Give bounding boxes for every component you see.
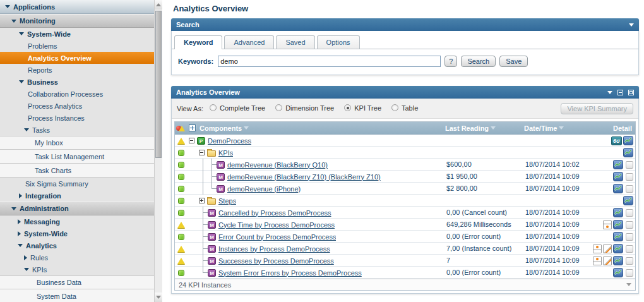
save-button[interactable]: Save [499, 56, 528, 67]
tree-node-link[interactable]: Cycle Time by Process DemoProcess [218, 221, 335, 229]
kpi-select-checkbox[interactable] [626, 209, 633, 217]
view-option-kpi-tree[interactable]: KPI Tree [344, 104, 381, 112]
components-column-header[interactable]: Components [188, 124, 445, 132]
search-button[interactable]: Search [461, 56, 496, 67]
kpi-select-checkbox[interactable] [626, 221, 633, 229]
tree-node-link[interactable]: demoRevenue (BlackBerry Z10) (BlackBerry… [227, 173, 381, 181]
tab-advanced[interactable]: Advanced [224, 35, 274, 49]
kpi-select-checkbox[interactable] [626, 173, 633, 181]
kpi-chart-icon[interactable] [613, 256, 623, 265]
sidebar-item-administration[interactable]: Administration [0, 202, 154, 215]
radio-dimension-tree-icon[interactable] [275, 104, 282, 111]
sidebar-item-collaboration-processes[interactable]: Collaboration Processes [0, 88, 154, 100]
radio-table-icon[interactable] [391, 104, 398, 111]
rule-dot-above-icon[interactable] [593, 245, 602, 253]
sidebar-item-system-wide[interactable]: System-Wide [0, 227, 154, 239]
status-column-header[interactable] [175, 124, 188, 133]
sidebar-item-task-list-management[interactable]: Task List Management [0, 150, 154, 164]
tree-node-link[interactable]: Cancelled by Process DemoProcess [218, 209, 331, 217]
six-sigma-icon[interactable]: 6σ [611, 136, 622, 145]
sidebar-item-business[interactable]: Business [0, 76, 154, 88]
kpi-select-checkbox[interactable] [626, 245, 633, 253]
kpi-chart-icon[interactable] [613, 232, 623, 241]
scrollbar-up-icon[interactable] [155, 0, 162, 9]
collapse-node-icon[interactable] [189, 138, 194, 143]
kpi-chart-icon[interactable] [623, 196, 633, 205]
kpi-chart-icon[interactable] [613, 160, 623, 169]
kpi-select-checkbox[interactable] [626, 161, 633, 169]
keywords-input[interactable] [218, 56, 441, 67]
tree-node-link[interactable]: demoRevenue (BlackBerry Q10) [227, 161, 328, 169]
sidebar-item-system-data[interactable]: System Data [0, 289, 154, 302]
tree-node-link[interactable]: KPIs [218, 149, 233, 157]
expand-all-icon[interactable] [189, 124, 196, 131]
collapse-panel-icon[interactable] [607, 91, 612, 94]
radio-kpi-tree-icon[interactable] [344, 104, 351, 111]
sidebar-item-messaging[interactable]: Messaging [0, 215, 154, 227]
tree-node-link[interactable]: System Error Errors by Process DemoProce… [218, 269, 362, 277]
view-option-table[interactable]: Table [391, 104, 418, 112]
kpi-chart-icon[interactable] [623, 136, 633, 145]
tree-node-link[interactable]: Steps [218, 197, 236, 205]
sidebar-item-tasks[interactable]: Tasks [0, 124, 154, 136]
sidebar-item-monitoring[interactable]: Monitoring [0, 14, 154, 28]
last-reading-column-header[interactable]: Last Reading [445, 124, 524, 132]
sidebar-item-integration[interactable]: Integration [0, 190, 154, 202]
sidebar-item-task-charts[interactable]: Task Charts [0, 164, 154, 178]
radio-complete-tree-icon[interactable] [210, 104, 217, 111]
sidebar-item-analytics[interactable]: Analytics [0, 239, 154, 251]
sidebar-item-six-sigma-summary[interactable]: Six Sigma Summary [0, 178, 154, 190]
scrollbar-down-icon[interactable] [155, 293, 162, 302]
sidebar-item-business-data[interactable]: Business Data [0, 275, 154, 289]
sidebar-scrollbar[interactable] [154, 0, 162, 302]
minimize-panel-icon[interactable] [617, 90, 623, 95]
sidebar-item-reports[interactable]: Reports [0, 64, 154, 76]
sort-arrow-icon[interactable] [244, 126, 249, 130]
tab-keyword[interactable]: Keyword [174, 35, 222, 49]
tree-node-link[interactable]: Instances by Process DemoProcess [218, 245, 330, 253]
tab-options[interactable]: Options [317, 35, 360, 49]
view-kpi-summary-button[interactable]: View KPI Summary [561, 103, 633, 114]
rule-dot-above-icon[interactable] [593, 257, 602, 265]
collapse-panel-icon[interactable] [629, 23, 634, 27]
datetime-column-header[interactable]: Date/Time [524, 124, 586, 132]
kpi-chart-icon[interactable] [623, 148, 633, 157]
tree-node-link[interactable]: DemoProcess [208, 137, 251, 145]
kpi-select-checkbox[interactable] [626, 257, 633, 265]
sidebar-item-kpis[interactable]: KPIs [0, 263, 154, 275]
restore-panel-icon[interactable] [628, 90, 634, 95]
kpi-chart-icon[interactable] [613, 172, 623, 181]
sidebar-item-process-instances[interactable]: Process Instances [0, 112, 154, 124]
sidebar-item-process-analytics[interactable]: Process Analytics [0, 100, 154, 112]
kpi-select-checkbox[interactable] [626, 269, 633, 277]
view-option-complete-tree[interactable]: Complete Tree [210, 104, 265, 112]
rule-diagonal-icon[interactable] [603, 257, 612, 265]
kpi-chart-icon[interactable] [613, 268, 623, 277]
sidebar-item-my-inbox[interactable]: My Inbox [0, 136, 154, 150]
kpi-chart-icon[interactable] [613, 184, 623, 193]
tab-saved[interactable]: Saved [276, 35, 314, 49]
kpi-chart-icon[interactable] [613, 208, 623, 217]
view-option-dimension-tree[interactable]: Dimension Tree [275, 104, 334, 112]
collapse-node-icon[interactable] [199, 150, 205, 155]
rule-diagonal-icon[interactable] [603, 245, 612, 253]
sidebar-item-analytics-overview[interactable]: Analytics Overview [0, 52, 154, 64]
scroll-down-icon[interactable] [626, 283, 631, 286]
rule-dot-below-icon[interactable] [603, 220, 612, 229]
scrollbar-thumb[interactable] [155, 11, 162, 158]
kpi-chart-icon[interactable] [613, 220, 623, 229]
tree-node-link[interactable]: demoRevenue (iPhone) [227, 185, 301, 193]
kpi-select-checkbox[interactable] [626, 233, 633, 241]
sidebar-item-rules[interactable]: Rules [0, 251, 154, 263]
sidebar-item-applications[interactable]: Applications [0, 0, 154, 14]
sidebar-item-system-wide[interactable]: System-Wide [0, 28, 154, 40]
sort-arrow-icon[interactable] [559, 126, 564, 130]
tree-node-link[interactable]: Successes by Process DemoProcess [218, 257, 334, 265]
kpi-chart-icon[interactable] [613, 244, 623, 253]
help-button[interactable]: ? [444, 56, 457, 67]
tree-node-link[interactable]: Error Count by Process DemoProcess [218, 233, 336, 241]
expand-node-icon[interactable] [199, 198, 205, 203]
sidebar-item-problems[interactable]: Problems [0, 40, 154, 52]
status-sort-icon[interactable] [176, 124, 186, 133]
kpi-select-checkbox[interactable] [626, 185, 633, 193]
